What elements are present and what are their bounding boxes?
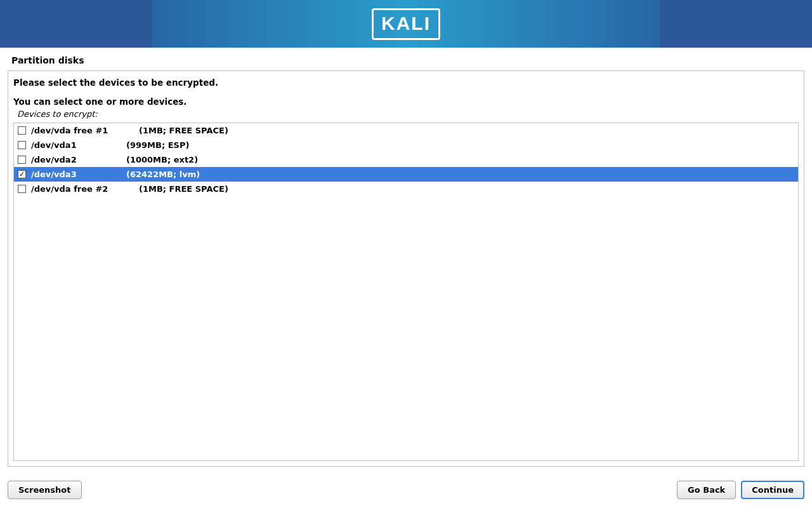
list-label: Devices to encrypt: — [17, 109, 799, 119]
kali-logo: KALI — [372, 8, 440, 40]
device-info: (1MB; FREE SPACE) — [139, 126, 228, 135]
instruction-secondary: You can select one or more devices. — [13, 97, 799, 107]
device-name: /dev/vda3 — [31, 170, 126, 179]
content-area: Please select the devices to be encrypte… — [0, 70, 812, 473]
device-checkbox[interactable] — [18, 185, 26, 193]
go-back-button[interactable]: Go Back — [677, 481, 736, 499]
device-name: /dev/vda2 — [31, 155, 126, 164]
banner-center: KALI — [152, 0, 660, 48]
device-checkbox[interactable] — [18, 156, 26, 164]
instruction-primary: Please select the devices to be encrypte… — [13, 77, 799, 88]
header-banner: KALI — [0, 0, 812, 48]
device-list[interactable]: /dev/vda free #1(1MB; FREE SPACE)/dev/vd… — [13, 123, 799, 461]
device-name: /dev/vda1 — [31, 140, 126, 150]
brand-text: KALI — [381, 13, 431, 34]
device-row[interactable]: /dev/vda3(62422MB; lvm) — [14, 167, 798, 182]
continue-button[interactable]: Continue — [741, 481, 804, 499]
device-info: (1MB; FREE SPACE) — [139, 184, 228, 194]
device-row[interactable]: /dev/vda2(1000MB; ext2) — [14, 152, 798, 167]
page-title: Partition disks — [0, 48, 812, 70]
device-checkbox[interactable] — [18, 170, 26, 178]
right-button-group: Go Back Continue — [677, 481, 804, 499]
device-row[interactable]: /dev/vda1(999MB; ESP) — [14, 138, 798, 152]
device-info: (62422MB; lvm) — [126, 170, 200, 179]
device-info: (999MB; ESP) — [126, 140, 189, 150]
main-panel: Please select the devices to be encrypte… — [8, 70, 804, 467]
device-row[interactable]: /dev/vda free #1(1MB; FREE SPACE) — [14, 123, 798, 138]
button-bar: Screenshot Go Back Continue — [0, 473, 812, 508]
device-name: /dev/vda free #2 — [31, 184, 139, 194]
screenshot-button[interactable]: Screenshot — [8, 481, 82, 499]
device-checkbox[interactable] — [18, 141, 26, 149]
device-checkbox[interactable] — [18, 126, 26, 135]
device-row[interactable]: /dev/vda free #2(1MB; FREE SPACE) — [14, 182, 798, 196]
device-info: (1000MB; ext2) — [126, 155, 198, 164]
device-name: /dev/vda free #1 — [31, 126, 139, 135]
